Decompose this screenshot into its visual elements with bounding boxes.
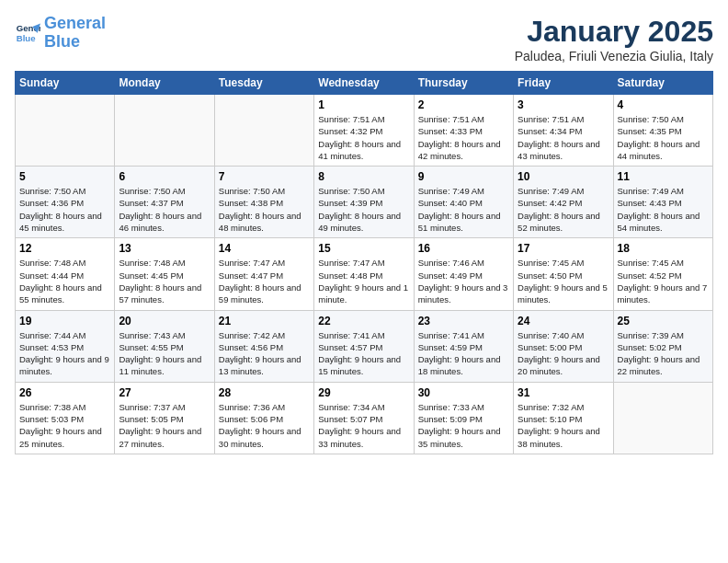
calendar-week-row: 26Sunrise: 7:38 AM Sunset: 5:03 PM Dayli… — [16, 382, 713, 454]
calendar-cell: 21Sunrise: 7:42 AM Sunset: 4:56 PM Dayli… — [214, 310, 313, 382]
day-number: 11 — [618, 170, 709, 183]
day-number: 17 — [518, 242, 609, 255]
calendar-week-row: 1Sunrise: 7:51 AM Sunset: 4:32 PM Daylig… — [16, 95, 713, 167]
day-number: 13 — [119, 242, 210, 255]
day-number: 16 — [418, 242, 509, 255]
day-info: Sunrise: 7:49 AM Sunset: 4:42 PM Dayligh… — [518, 185, 609, 234]
day-info: Sunrise: 7:49 AM Sunset: 4:43 PM Dayligh… — [618, 185, 709, 234]
day-number: 24 — [518, 315, 609, 327]
day-info: Sunrise: 7:48 AM Sunset: 4:44 PM Dayligh… — [19, 257, 110, 305]
calendar-cell — [115, 95, 214, 167]
day-info: Sunrise: 7:48 AM Sunset: 4:45 PM Dayligh… — [119, 257, 210, 305]
svg-text:Blue: Blue — [17, 33, 36, 43]
day-number: 10 — [518, 170, 609, 183]
day-info: Sunrise: 7:50 AM Sunset: 4:36 PM Dayligh… — [19, 185, 110, 234]
day-number: 5 — [19, 170, 110, 183]
day-info: Sunrise: 7:41 AM Sunset: 4:59 PM Dayligh… — [418, 329, 509, 378]
day-info: Sunrise: 7:47 AM Sunset: 4:47 PM Dayligh… — [219, 257, 310, 305]
calendar-cell: 15Sunrise: 7:47 AM Sunset: 4:48 PM Dayli… — [314, 238, 414, 310]
calendar-cell: 28Sunrise: 7:36 AM Sunset: 5:06 PM Dayli… — [214, 382, 313, 454]
day-number: 29 — [318, 386, 409, 399]
calendar-cell: 16Sunrise: 7:46 AM Sunset: 4:49 PM Dayli… — [414, 238, 513, 310]
day-info: Sunrise: 7:45 AM Sunset: 4:52 PM Dayligh… — [618, 257, 709, 305]
day-info: Sunrise: 7:37 AM Sunset: 5:05 PM Dayligh… — [119, 401, 210, 450]
calendar-cell: 22Sunrise: 7:41 AM Sunset: 4:57 PM Dayli… — [314, 310, 414, 382]
calendar-cell: 8Sunrise: 7:50 AM Sunset: 4:39 PM Daylig… — [314, 167, 414, 238]
day-number: 18 — [618, 242, 709, 255]
calendar-cell: 13Sunrise: 7:48 AM Sunset: 4:45 PM Dayli… — [115, 238, 214, 310]
calendar-cell: 19Sunrise: 7:44 AM Sunset: 4:53 PM Dayli… — [16, 310, 115, 382]
title-block: January 2025 Paludea, Friuli Venezia Giu… — [515, 15, 713, 63]
location-subtitle: Paludea, Friuli Venezia Giulia, Italy — [515, 49, 713, 63]
day-number: 28 — [219, 386, 310, 399]
calendar-cell: 18Sunrise: 7:45 AM Sunset: 4:52 PM Dayli… — [613, 238, 712, 310]
day-info: Sunrise: 7:46 AM Sunset: 4:49 PM Dayligh… — [418, 257, 509, 305]
calendar-cell: 23Sunrise: 7:41 AM Sunset: 4:59 PM Dayli… — [414, 310, 513, 382]
day-number: 3 — [518, 98, 609, 111]
day-info: Sunrise: 7:40 AM Sunset: 5:00 PM Dayligh… — [518, 329, 609, 378]
day-info: Sunrise: 7:42 AM Sunset: 4:56 PM Dayligh… — [219, 329, 310, 378]
day-info: Sunrise: 7:44 AM Sunset: 4:53 PM Dayligh… — [19, 329, 110, 378]
day-info: Sunrise: 7:51 AM Sunset: 4:32 PM Dayligh… — [318, 113, 409, 162]
day-number: 8 — [318, 170, 409, 183]
calendar-cell — [613, 382, 712, 454]
day-info: Sunrise: 7:32 AM Sunset: 5:10 PM Dayligh… — [518, 401, 609, 450]
day-number: 25 — [618, 315, 709, 327]
calendar-cell: 26Sunrise: 7:38 AM Sunset: 5:03 PM Dayli… — [16, 382, 115, 454]
day-info: Sunrise: 7:47 AM Sunset: 4:48 PM Dayligh… — [318, 257, 409, 305]
day-info: Sunrise: 7:38 AM Sunset: 5:03 PM Dayligh… — [19, 401, 110, 450]
day-info: Sunrise: 7:50 AM Sunset: 4:37 PM Dayligh… — [119, 185, 210, 234]
calendar-table: SundayMondayTuesdayWednesdayThursdayFrid… — [15, 71, 713, 454]
day-info: Sunrise: 7:50 AM Sunset: 4:38 PM Dayligh… — [219, 185, 310, 234]
calendar-cell: 14Sunrise: 7:47 AM Sunset: 4:47 PM Dayli… — [214, 238, 313, 310]
calendar-cell: 2Sunrise: 7:51 AM Sunset: 4:33 PM Daylig… — [414, 95, 513, 167]
calendar-cell: 5Sunrise: 7:50 AM Sunset: 4:36 PM Daylig… — [16, 167, 115, 238]
weekday-header: Thursday — [414, 72, 513, 95]
day-number: 7 — [219, 170, 310, 183]
day-number: 21 — [219, 315, 310, 327]
day-number: 31 — [518, 386, 609, 399]
day-info: Sunrise: 7:34 AM Sunset: 5:07 PM Dayligh… — [318, 401, 409, 450]
calendar-cell: 11Sunrise: 7:49 AM Sunset: 4:43 PM Dayli… — [613, 167, 712, 238]
calendar-week-row: 5Sunrise: 7:50 AM Sunset: 4:36 PM Daylig… — [16, 167, 713, 238]
calendar-cell: 20Sunrise: 7:43 AM Sunset: 4:55 PM Dayli… — [115, 310, 214, 382]
calendar-cell: 29Sunrise: 7:34 AM Sunset: 5:07 PM Dayli… — [314, 382, 414, 454]
day-number: 23 — [418, 315, 509, 327]
weekday-header-row: SundayMondayTuesdayWednesdayThursdayFrid… — [16, 72, 713, 95]
day-number: 26 — [19, 386, 110, 399]
day-number: 14 — [219, 242, 310, 255]
month-title: January 2025 — [515, 15, 713, 49]
day-number: 9 — [418, 170, 509, 183]
day-info: Sunrise: 7:50 AM Sunset: 4:39 PM Dayligh… — [318, 185, 409, 234]
calendar-week-row: 19Sunrise: 7:44 AM Sunset: 4:53 PM Dayli… — [16, 310, 713, 382]
day-number: 4 — [618, 98, 709, 111]
logo-text: GeneralBlue — [44, 15, 106, 52]
weekday-header: Friday — [514, 72, 613, 95]
calendar-cell: 30Sunrise: 7:33 AM Sunset: 5:09 PM Dayli… — [414, 382, 513, 454]
day-info: Sunrise: 7:51 AM Sunset: 4:33 PM Dayligh… — [418, 113, 509, 162]
calendar-cell: 3Sunrise: 7:51 AM Sunset: 4:34 PM Daylig… — [514, 95, 613, 167]
logo-icon: General Blue — [15, 20, 40, 46]
calendar-cell: 1Sunrise: 7:51 AM Sunset: 4:32 PM Daylig… — [314, 95, 414, 167]
calendar-cell: 12Sunrise: 7:48 AM Sunset: 4:44 PM Dayli… — [16, 238, 115, 310]
calendar-cell: 27Sunrise: 7:37 AM Sunset: 5:05 PM Dayli… — [115, 382, 214, 454]
day-info: Sunrise: 7:43 AM Sunset: 4:55 PM Dayligh… — [119, 329, 210, 378]
calendar-week-row: 12Sunrise: 7:48 AM Sunset: 4:44 PM Dayli… — [16, 238, 713, 310]
weekday-header: Sunday — [16, 72, 115, 95]
calendar-cell: 17Sunrise: 7:45 AM Sunset: 4:50 PM Dayli… — [514, 238, 613, 310]
weekday-header: Tuesday — [214, 72, 313, 95]
page-header: General Blue GeneralBlue January 2025 Pa… — [15, 15, 713, 63]
calendar-cell: 7Sunrise: 7:50 AM Sunset: 4:38 PM Daylig… — [214, 167, 313, 238]
weekday-header: Saturday — [613, 72, 712, 95]
calendar-cell — [214, 95, 313, 167]
day-number: 15 — [318, 242, 409, 255]
calendar-cell: 24Sunrise: 7:40 AM Sunset: 5:00 PM Dayli… — [514, 310, 613, 382]
day-number: 22 — [318, 315, 409, 327]
weekday-header: Monday — [115, 72, 214, 95]
day-info: Sunrise: 7:36 AM Sunset: 5:06 PM Dayligh… — [219, 401, 310, 450]
day-number: 19 — [19, 315, 110, 327]
calendar-cell: 31Sunrise: 7:32 AM Sunset: 5:10 PM Dayli… — [514, 382, 613, 454]
day-info: Sunrise: 7:39 AM Sunset: 5:02 PM Dayligh… — [618, 329, 709, 378]
day-info: Sunrise: 7:41 AM Sunset: 4:57 PM Dayligh… — [318, 329, 409, 378]
day-number: 6 — [119, 170, 210, 183]
